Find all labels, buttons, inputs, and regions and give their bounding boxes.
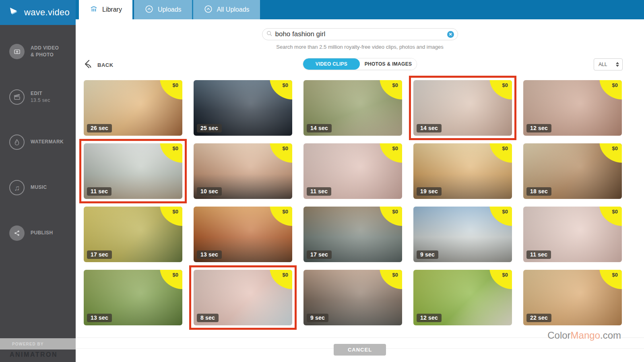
filter-video-clips[interactable]: VIDEO CLIPS — [303, 58, 360, 70]
bottom-bar: CANCEL — [76, 337, 644, 362]
price-badge: $0 — [270, 80, 292, 99]
sidebar: wave.video ADD VIDEO& PHOTOEDIT13.5 secW… — [0, 0, 76, 362]
back-arrow-icon — [84, 59, 94, 70]
duration-label: 17 sec — [307, 250, 332, 259]
clip-thumbnail[interactable]: $012 sec — [413, 270, 512, 325]
clip-thumbnail[interactable]: $014 sec — [413, 80, 512, 136]
play-logo-icon — [8, 6, 20, 19]
powered-by-band: POWERED BY — [0, 338, 76, 350]
back-button[interactable]: BACK — [84, 59, 114, 70]
clip-image: $08 sec — [194, 270, 292, 325]
library-icon — [89, 4, 98, 15]
price-badge: $0 — [270, 270, 292, 289]
clip-thumbnail[interactable]: $09 sec — [303, 270, 402, 325]
clip-thumbnail[interactable]: $026 sec — [84, 80, 182, 136]
clip-image: $014 sec — [303, 80, 402, 136]
sidebar-item-label: WATERMARK — [31, 139, 64, 145]
sidebar-item-label: ADD VIDEO& PHOTO — [31, 45, 59, 59]
clip-image: $022 sec — [523, 270, 622, 325]
clip-image: $09 sec — [413, 207, 512, 262]
clip-thumbnail[interactable]: $012 sec — [523, 80, 622, 136]
upload-circle-icon — [204, 4, 213, 15]
app-logo-text: wave.video — [24, 7, 70, 18]
tab-uploads[interactable]: Uploads — [134, 0, 192, 19]
tab-label: Uploads — [158, 6, 182, 13]
duration-label: 22 sec — [526, 314, 551, 322]
clip-thumbnail[interactable]: $010 sec — [194, 143, 292, 199]
clip-thumbnail[interactable]: $011 sec — [523, 207, 622, 262]
clip-image: $011 sec — [523, 207, 622, 262]
price-badge: $0 — [599, 270, 622, 289]
topbar-tabs: LibraryUploadsAll Uploads — [76, 0, 644, 19]
price-badge: $0 — [380, 80, 402, 99]
sidebar-item-publish[interactable]: PUBLISH — [0, 224, 76, 242]
clip-image: $018 sec — [523, 143, 622, 199]
price-badge: $0 — [489, 270, 512, 289]
clip-thumbnail[interactable]: $013 sec — [84, 270, 182, 325]
tab-all-uploads[interactable]: All Uploads — [192, 0, 260, 19]
clip-thumbnail[interactable]: $019 sec — [413, 143, 512, 199]
duration-label: 9 sec — [417, 250, 438, 259]
sort-value: ALL — [599, 62, 616, 67]
price-badge: $0 — [599, 207, 622, 226]
sidebar-item-label: EDIT13.5 sec — [31, 90, 50, 104]
filter-photos-images[interactable]: PHOTOS & IMAGES — [360, 58, 417, 70]
cancel-button[interactable]: CANCEL — [334, 344, 386, 356]
clip-thumbnail[interactable]: $014 sec — [303, 80, 402, 136]
duration-label: 11 sec — [87, 187, 111, 196]
clip-image: $012 sec — [413, 270, 512, 325]
price-badge: $0 — [380, 270, 402, 289]
search-input[interactable] — [275, 30, 447, 38]
clip-thumbnail[interactable]: $011 sec — [84, 143, 182, 199]
price-badge: $0 — [160, 143, 182, 163]
publish-share-icon — [9, 225, 25, 241]
clip-thumbnail[interactable]: $025 sec — [194, 80, 292, 136]
clip-thumbnail[interactable]: $017 sec — [84, 207, 182, 262]
clip-thumbnail[interactable]: $013 sec — [194, 207, 292, 262]
duration-label: 11 sec — [526, 250, 551, 259]
add-video-icon — [9, 44, 25, 59]
clip-thumbnail[interactable]: $018 sec — [523, 143, 622, 199]
duration-label: 14 sec — [307, 124, 332, 132]
price-badge: $0 — [270, 207, 292, 226]
clip-thumbnail[interactable]: $011 sec — [303, 143, 402, 199]
sort-dropdown[interactable]: ALL — [594, 58, 623, 70]
duration-label: 10 sec — [197, 187, 222, 196]
duration-label: 13 sec — [87, 314, 112, 322]
sidebar-item-edit[interactable]: EDIT13.5 sec — [0, 88, 76, 106]
clip-thumbnail[interactable]: $017 sec — [303, 207, 402, 262]
duration-label: 19 sec — [417, 187, 442, 196]
clip-thumbnail[interactable]: $09 sec — [413, 207, 512, 262]
sidebar-item-add-video[interactable]: ADD VIDEO& PHOTO — [0, 42, 76, 61]
duration-label: 13 sec — [197, 250, 222, 259]
search-bar[interactable]: ✕ — [262, 28, 458, 40]
clip-image: $017 sec — [303, 207, 402, 262]
duration-label: 12 sec — [526, 124, 551, 132]
price-badge: $0 — [160, 270, 182, 289]
sidebar-item-music[interactable]: ♫MUSIC — [0, 178, 76, 197]
clip-thumbnail[interactable]: $08 sec — [194, 270, 292, 325]
duration-label: 11 sec — [307, 187, 331, 196]
watermark-drop-icon — [9, 134, 25, 150]
filter-toggle: VIDEO CLIPSPHOTOS & IMAGES — [303, 58, 417, 70]
sidebar-item-watermark[interactable]: WATERMARK — [0, 133, 76, 151]
clip-image: $012 sec — [523, 80, 622, 136]
clip-image: $09 sec — [303, 270, 402, 325]
back-label: BACK — [97, 62, 114, 68]
clip-image: $019 sec — [413, 143, 512, 199]
stepper-arrows-icon — [616, 62, 619, 67]
controls-row: BACK VIDEO CLIPSPHOTOS & IMAGES ALL — [76, 58, 644, 71]
app-logo[interactable]: wave.video — [0, 0, 76, 25]
clip-image: $026 sec — [84, 80, 182, 136]
duration-label: 14 sec — [417, 124, 442, 132]
clip-thumbnail[interactable]: $022 sec — [523, 270, 622, 325]
clear-search-icon[interactable]: ✕ — [447, 31, 454, 38]
sidebar-item-label: MUSIC — [31, 184, 47, 191]
colormango-watermark: ColorMango.com — [547, 330, 621, 341]
tab-library[interactable]: Library — [79, 0, 132, 19]
tab-label: Library — [102, 6, 122, 13]
clip-image: $011 sec — [303, 143, 402, 199]
clip-image: $017 sec — [84, 207, 182, 262]
search-hint: Search more than 2.5 million royalty-fre… — [76, 44, 644, 50]
clip-image: $014 sec — [413, 80, 512, 136]
